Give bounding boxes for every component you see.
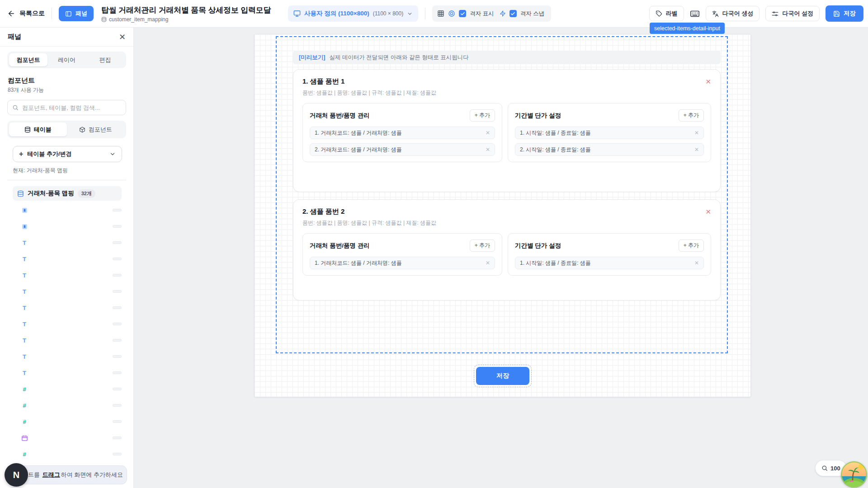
field-row[interactable] [0, 202, 133, 218]
preview-tag: [미리보기] [299, 54, 325, 61]
target-icon [448, 10, 455, 17]
add-item-button[interactable]: + 추가 [679, 109, 704, 122]
chevron-down-icon [109, 151, 116, 157]
tag-icon [656, 10, 662, 17]
left-section: 거래처 품번/품명 관리+ 추가1. 거래처코드: 샘플 / 거래처명: 샘플✕… [302, 103, 502, 162]
workspace: [미리보기] 실제 데이터가 전달되면 아래와 같은 형태로 표시됩니다 1. … [134, 28, 868, 488]
remove-item-icon[interactable]: ✕ [486, 130, 490, 136]
source-tab-table[interactable]: 테이블 [9, 122, 67, 136]
remove-item-icon[interactable]: ✕ [694, 260, 699, 266]
field-row[interactable]: # [0, 413, 133, 430]
number-icon: # [21, 386, 28, 393]
plus-icon: + [19, 150, 23, 158]
save-icon [833, 10, 840, 17]
field-row[interactable]: T [0, 348, 133, 365]
form-save-button[interactable]: 저장 [476, 367, 529, 385]
panel-toggle-button[interactable]: 패널 [59, 6, 94, 21]
field-type-badge [113, 436, 122, 439]
remove-item-icon[interactable]: ✕ [486, 146, 490, 153]
tab-components[interactable]: 컴포넌트 [9, 53, 47, 66]
field-row[interactable]: T [0, 251, 133, 267]
remove-item-icon[interactable]: ✕ [694, 130, 699, 136]
island-avatar[interactable] [841, 461, 867, 488]
add-change-table-button[interactable]: + 테이블 추가/변경 [13, 146, 122, 162]
back-to-list-button[interactable]: 목록으로 [7, 9, 45, 18]
viewport-size-dropdown[interactable]: 사용자 정의 (1100×800) (1100 × 800) [288, 5, 418, 22]
add-item-button[interactable]: + 추가 [470, 109, 495, 122]
calendar-icon [21, 435, 28, 441]
text-icon: T [21, 321, 28, 328]
field-row[interactable]: # [0, 381, 133, 397]
close-icon[interactable]: ✕ [119, 33, 126, 41]
field-type-badge [113, 274, 122, 277]
entity-icon [21, 223, 28, 230]
label-button[interactable]: 라벨 [649, 6, 684, 21]
zoom-value: 100 [830, 465, 840, 472]
card-title: 1. 샘플 품번 1 [302, 77, 344, 86]
components-count: 83개 사용 가능 [8, 86, 126, 94]
panel-title: 패널 [8, 33, 21, 41]
field-row[interactable]: T [0, 365, 133, 381]
add-item-button[interactable]: + 추가 [470, 239, 495, 252]
field-row[interactable] [0, 218, 133, 235]
grid-show-checkbox[interactable] [459, 10, 466, 17]
component-search[interactable] [7, 100, 126, 115]
i18n-settings-button[interactable]: 다국어 설정 [765, 6, 820, 21]
sample-item-row: 1. 거래처코드: 샘플 / 거래처명: 샘플✕ [310, 127, 495, 139]
viewport-size: (1100 × 800) [373, 10, 404, 17]
field-row[interactable]: T [0, 316, 133, 332]
sliders-icon [772, 10, 778, 17]
divider [52, 8, 52, 19]
card-close-icon[interactable]: ✕ [705, 78, 711, 85]
field-type-badge [113, 404, 122, 407]
field-row[interactable]: T [0, 235, 133, 251]
app-logo-badge[interactable]: N [5, 463, 28, 487]
search-input[interactable] [22, 104, 121, 111]
preview-info-bar: [미리보기] 실제 데이터가 전달되면 아래와 같은 형태로 표시됩니다 [293, 51, 721, 64]
database-icon [17, 190, 24, 197]
text-icon: T [21, 272, 28, 279]
grid-snap-label: 격자 스냅 [520, 10, 544, 18]
field-row[interactable] [0, 430, 133, 446]
selection-name-tooltip: selected-items-detail-input [650, 23, 725, 34]
tab-edit[interactable]: 편집 [86, 53, 124, 66]
current-table-label: 현재: 거래처-품목 맵핑 [13, 167, 133, 174]
tab-layers[interactable]: 레이어 [47, 53, 86, 66]
grid-icon [437, 10, 444, 17]
field-row[interactable]: T [0, 332, 133, 348]
magnifier-icon [821, 465, 828, 471]
field-row[interactable]: # [0, 446, 133, 462]
keyboard-shortcuts-button[interactable] [690, 9, 700, 19]
field-row[interactable]: T [0, 300, 133, 316]
arrow-left-icon [7, 9, 15, 18]
design-canvas[interactable]: [미리보기] 실제 데이터가 전달되면 아래와 같은 형태로 표시됩니다 1. … [255, 34, 750, 397]
sample-item-row: 2. 시작일: 샘플 / 종료일: 샘플✕ [515, 143, 704, 156]
field-type-badge [113, 371, 122, 374]
field-row[interactable]: # [0, 397, 133, 413]
preview-item-card: 1. 샘플 품번 1✕품번: 샘플값 | 품명: 샘플값 | 규격: 샘플값 |… [293, 69, 721, 192]
field-type-badge [113, 388, 122, 390]
search-icon [12, 104, 19, 111]
save-button[interactable]: 저장 [826, 5, 863, 22]
table-group-header[interactable]: 거래처-품목 맵핑 32개 [13, 186, 122, 201]
remove-item-icon[interactable]: ✕ [486, 260, 490, 266]
section-title: 거래처 품번/품명 관리 [310, 112, 370, 120]
database-icon [101, 17, 107, 22]
field-row[interactable]: T [0, 267, 133, 283]
preview-text: 실제 데이터가 전달되면 아래와 같은 형태로 표시됩니다 [329, 54, 468, 61]
zap-icon [500, 10, 506, 17]
grid-snap-checkbox[interactable] [509, 10, 517, 17]
grid-show-label: 격자 표시 [470, 10, 494, 18]
source-tab-component[interactable]: 컴포넌트 [67, 122, 125, 136]
i18n-generate-button[interactable]: 다국어 생성 [706, 6, 760, 21]
save-button-selection: 저장 [474, 365, 532, 387]
number-icon: # [21, 451, 28, 458]
languages-icon [712, 10, 719, 17]
add-item-button[interactable]: + 추가 [679, 239, 704, 252]
field-type-badge [113, 339, 122, 342]
remove-item-icon[interactable]: ✕ [694, 146, 699, 153]
panel-sidebar: 패널 ✕ 컴포넌트 레이어 편집 컴포넌트 83개 사용 가능 테이블 컴포넌트 [0, 28, 134, 488]
field-type-badge [113, 209, 122, 211]
card-close-icon[interactable]: ✕ [705, 208, 711, 215]
field-row[interactable]: T [0, 283, 133, 300]
